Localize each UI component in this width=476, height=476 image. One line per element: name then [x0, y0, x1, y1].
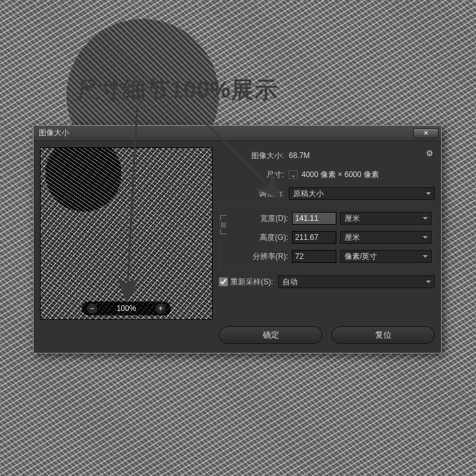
preview-image: − 100% + [40, 147, 213, 320]
resample-value: 自动 [282, 277, 298, 288]
resolution-unit-value: 像素/英寸 [345, 251, 377, 262]
height-label: 高度(G): [234, 232, 292, 243]
fit-to-value: 原稿大小 [293, 188, 324, 199]
fit-to-select[interactable]: 原稿大小 [289, 187, 435, 200]
dialog-titlebar: 图像大小 ✕ [34, 126, 441, 141]
zoom-out-button[interactable]: − [87, 303, 97, 314]
constrain-link[interactable]: ⛓ [218, 215, 228, 247]
resample-select[interactable]: 自动 [278, 275, 435, 288]
dimensions-value: 4000 像素 × 6000 像素 [301, 169, 379, 180]
resample-label-text: 重新采样(S): [230, 277, 273, 288]
ok-button[interactable]: 确定 [219, 326, 322, 344]
width-unit-select[interactable]: 厘米 [340, 212, 432, 225]
width-label: 宽度(D): [234, 213, 292, 224]
resolution-unit-select[interactable]: 像素/英寸 [340, 250, 432, 263]
image-size-value: 68.7M [289, 151, 310, 160]
dimensions-highlight-box: ⛓ 宽度(D): 厘米 高度(G): [219, 206, 435, 270]
height-unit-select[interactable]: 厘米 [340, 231, 432, 244]
zoom-value: 100% [117, 304, 136, 313]
resample-label: 重新采样(S): [219, 277, 278, 288]
resolution-label: 分辨率(R): [234, 251, 292, 262]
link-icon: ⛓ [219, 220, 228, 229]
annotation-text: 尺寸细节100%展示 [76, 75, 278, 106]
dimensions-label: 尺寸: [219, 169, 289, 180]
resolution-input[interactable] [292, 250, 336, 263]
close-button[interactable]: ✕ [413, 128, 439, 138]
dialog-title: 图像大小 [39, 128, 69, 138]
image-size-dialog: 图像大小 ✕ − 100% + ⚙ 图像大小: 68.7M [33, 125, 442, 354]
width-unit-value: 厘米 [345, 213, 360, 224]
image-size-label: 图像大小: [219, 150, 289, 161]
reset-button[interactable]: 复位 [331, 326, 435, 344]
gear-icon[interactable]: ⚙ [426, 149, 433, 158]
height-unit-value: 厘米 [345, 232, 360, 243]
fit-to-label: 调整为: [219, 188, 289, 199]
resample-checkbox[interactable] [219, 277, 228, 286]
zoom-bar: − 100% + [82, 301, 171, 315]
height-input[interactable] [292, 231, 336, 244]
dimensions-dropdown-icon[interactable]: ⌄ [289, 170, 298, 179]
zoom-in-button[interactable]: + [155, 303, 166, 314]
width-input[interactable] [292, 212, 336, 225]
